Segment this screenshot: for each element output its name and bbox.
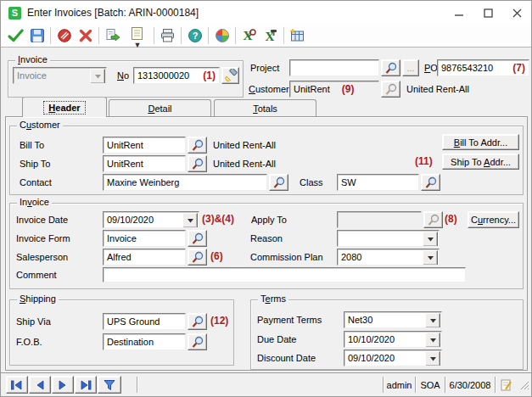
sage-logo-icon: S: [8, 7, 21, 20]
batch-list-button[interactable]: [287, 26, 308, 46]
magnifier-icon: [191, 251, 204, 264]
invoice-no-field[interactable]: 1313000020 (1): [133, 67, 220, 84]
project-field[interactable]: [289, 59, 379, 76]
customer-field[interactable]: UnitRent (9): [289, 81, 379, 98]
tab-header[interactable]: Header: [22, 97, 107, 117]
project-lookup-button[interactable]: [381, 59, 400, 76]
customer-label: Customer: [249, 84, 289, 94]
tab-detail[interactable]: Detail: [109, 99, 211, 117]
copy-document-button[interactable]: [102, 26, 123, 46]
reason-label: Reason: [250, 233, 283, 243]
salesperson-lookup-button[interactable]: [188, 249, 207, 266]
ship-to-lookup-button[interactable]: [188, 155, 207, 172]
fob-field[interactable]: Destination: [103, 333, 186, 350]
flashlight-icon: [224, 69, 238, 82]
contact-lookup-button[interactable]: [269, 174, 288, 191]
annotation-7: (7): [512, 62, 525, 74]
due-date-select[interactable]: 10/10/2020: [344, 331, 442, 348]
annotation-1: (1): [203, 70, 216, 81]
resize-grip[interactable]: [517, 377, 530, 393]
salesperson-label: Salesperson: [16, 252, 68, 262]
excel-analyze-button[interactable]: X: [238, 26, 260, 46]
main-toolbar: ▼ ?: [1, 25, 531, 48]
reason-select[interactable]: [337, 230, 440, 247]
apply-to-label: Apply To: [251, 215, 287, 225]
invoice-form-label: Invoice Form: [16, 233, 70, 243]
accept-button[interactable]: [5, 26, 26, 46]
currency-button[interactable]: Currency...: [468, 211, 519, 228]
class-field[interactable]: SW: [337, 174, 419, 191]
magnifier-icon: [384, 62, 398, 75]
bill-to-field[interactable]: UnitRent: [103, 137, 186, 154]
comment-field[interactable]: [103, 267, 466, 282]
first-record-button[interactable]: [6, 376, 28, 394]
next-record-icon: [56, 379, 70, 391]
next-record-button[interactable]: [52, 376, 74, 394]
statusbar-date: 6/30/2008: [446, 377, 494, 393]
toolbar-separator: [235, 27, 236, 44]
invoice-form-field[interactable]: Invoice: [103, 230, 186, 247]
first-record-icon: [10, 379, 24, 391]
statusbar-memo-button[interactable]: [497, 377, 514, 393]
ship-to-addr-button[interactable]: Ship To Addr...: [442, 154, 519, 170]
payment-terms-select[interactable]: Net30: [344, 311, 442, 328]
maximize-button[interactable]: [473, 1, 502, 25]
bill-to-addr-button[interactable]: Bill To Addr...: [442, 134, 519, 150]
chevron-down-icon: [423, 232, 438, 247]
customer-lookup-button[interactable]: [381, 81, 400, 98]
minimize-button[interactable]: [445, 1, 473, 25]
fob-lookup-button[interactable]: [188, 333, 207, 350]
statusbar-divider: [415, 377, 416, 393]
contact-field[interactable]: Maxine Weinberg: [103, 174, 267, 191]
invoice-type-select[interactable]: Invoice: [13, 67, 107, 84]
due-date-label: Due Date: [257, 334, 296, 344]
project-dots-button[interactable]: ...: [402, 59, 419, 76]
previous-record-button[interactable]: [29, 376, 51, 394]
class-lookup-button[interactable]: [421, 174, 440, 191]
magnifier-icon: [191, 158, 204, 171]
close-button[interactable]: [502, 1, 531, 25]
chevron-down-icon: [425, 313, 440, 328]
invoice-form-lookup-button[interactable]: [188, 230, 207, 247]
help-button[interactable]: ?: [184, 26, 205, 46]
excel-tools-button[interactable]: X: [260, 26, 281, 46]
annotation-8: (8): [445, 213, 457, 225]
filter-button[interactable]: [98, 376, 121, 394]
cancel-button[interactable]: [53, 26, 75, 46]
magnifier-icon: [191, 232, 204, 245]
commission-plan-select[interactable]: 2080: [337, 249, 440, 266]
tab-totals[interactable]: Totals: [214, 99, 316, 117]
contact-label: Contact: [20, 177, 52, 187]
ship-via-field[interactable]: UPS Ground: [103, 313, 186, 330]
save-button[interactable]: [26, 26, 48, 46]
shipping-group-label: Shipping: [17, 294, 59, 304]
last-record-button[interactable]: [75, 376, 97, 394]
stop-icon: [57, 28, 72, 43]
discount-date-select[interactable]: 09/10/2020: [344, 349, 442, 366]
print-button[interactable]: [157, 26, 178, 46]
save-disk-icon: [30, 28, 45, 43]
commission-plan-label: Commission Plan: [250, 252, 323, 262]
delete-x-icon: [78, 28, 93, 43]
help-icon: ?: [188, 28, 203, 43]
bill-to-label: Bill To: [20, 140, 44, 150]
invoice-date-select[interactable]: 09/10/2020: [103, 211, 199, 228]
memo-button[interactable]: ▼: [123, 26, 151, 46]
ship-via-label: Ship Via: [16, 316, 51, 327]
customize-button[interactable]: [211, 26, 232, 46]
statusbar-divider: [495, 377, 496, 393]
apply-to-field[interactable]: [337, 211, 422, 228]
bill-to-lookup-button[interactable]: [188, 137, 207, 154]
magnifier-icon: [384, 83, 398, 96]
ship-to-field[interactable]: UnitRent: [103, 155, 186, 172]
customize-wheel-icon: [215, 28, 230, 43]
statusbar-divider: [137, 377, 137, 393]
next-number-button[interactable]: [221, 67, 239, 84]
apply-to-lookup-button[interactable]: [423, 211, 443, 228]
ship-via-lookup-button[interactable]: [188, 313, 207, 330]
filter-funnel-icon: [103, 378, 116, 391]
delete-button[interactable]: [75, 26, 96, 46]
chevron-down-icon: [425, 333, 440, 348]
salesperson-field[interactable]: Alfred: [103, 249, 186, 266]
po-field[interactable]: 9876543210 (7): [437, 59, 529, 76]
